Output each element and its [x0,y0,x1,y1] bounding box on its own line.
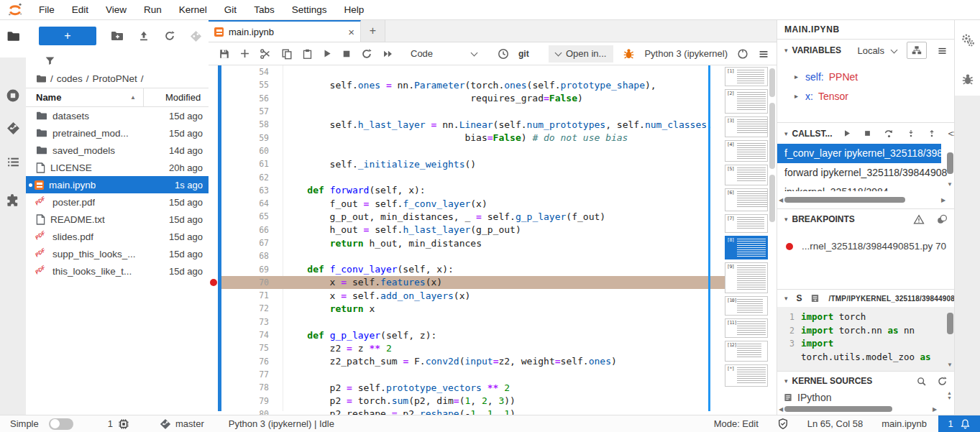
stop-icon[interactable] [342,49,352,59]
code-line-63[interactable]: 63 def forward(self, x): [209,184,725,197]
scroll-left-icon[interactable]: ◀ [777,406,784,413]
toolbar-menu-icon[interactable] [758,49,769,59]
sidebar-tab-debugger[interactable] [955,65,980,93]
minimap-cell-10[interactable]: [10] [725,296,768,316]
menu-item-git[interactable]: Git [216,4,245,15]
variables-menu-icon[interactable] [937,46,948,55]
source-section-header[interactable]: ▾ S /TMP/IPYKERNEL_325118/3984490851.PY [777,290,955,307]
menu-item-help[interactable]: Help [335,4,372,15]
add-cell-icon[interactable] [239,48,250,59]
search-icon[interactable] [916,376,927,387]
editor-scrollbar[interactable] [708,65,710,411]
menu-item-tabs[interactable]: Tabs [245,4,283,15]
column-header-name[interactable]: Name ▲ [26,88,144,106]
minimap-cell-7[interactable]: [7] [725,214,768,233]
menu-item-view[interactable]: View [97,4,135,15]
code-line-69[interactable]: 69 def f_conv_layer(self, x): [209,262,725,275]
breakpoint-dot[interactable] [210,279,217,286]
code-editor[interactable]: 5455 self.ones = nn.Parameter(torch.ones… [209,65,725,415]
callstack-section-header[interactable]: ▾ CALLST... <> [777,123,955,144]
scroll-down-icon[interactable]: ▼ [947,362,953,368]
menu-item-edit[interactable]: Edit [63,4,97,15]
scroll-down-icon[interactable]: ▼ [947,181,953,188]
source-vscroll-thumb[interactable] [947,313,953,334]
scroll-right-icon[interactable]: ▶ [931,406,938,413]
minimap-cell-2[interactable]: [2] [725,89,768,114]
terminate-icon[interactable] [864,129,871,137]
callstack-frame-2[interactable]: ipykernel_325118/3984 [777,183,955,191]
overview-segment[interactable] [769,175,775,222]
kernel-source-item[interactable]: IPython [777,390,955,405]
sidebar-tab-table-of-contents[interactable] [0,147,26,176]
code-line-71[interactable]: 71 x = self.add_on_layers(x) [209,289,725,302]
upload-icon[interactable] [138,30,150,42]
overview-segment[interactable] [769,103,775,169]
code-line-56[interactable]: 56 requires_grad=False) [209,92,725,105]
save-icon[interactable] [219,48,230,60]
trust-shield-icon[interactable] [777,418,789,430]
tab-main-ipynb[interactable]: main.ipynb × [209,20,361,42]
callstack-frame-0[interactable]: f_conv_layer ipykernel_325118/3984 [777,144,941,163]
step-out-icon[interactable] [928,129,936,139]
breadcrumb-segment-ProtoPNet[interactable]: ProtoPNet [93,73,137,84]
file-row-readme-txt[interactable]: README.txt15d ago [26,211,209,228]
callstack-vscroll-thumb[interactable] [947,152,953,174]
sidebar-tab-running-sessions[interactable] [0,81,26,110]
overview-segment[interactable] [769,68,775,97]
code-line-58[interactable]: 58 self.h_last_layer = nn.Linear(self.nu… [209,118,725,131]
code-line-78[interactable]: 78 p2 = self.prototype_vectors ** 2 [209,381,725,394]
notifications-badge[interactable]: 1 [938,415,980,432]
git-branch-name[interactable]: master [175,418,204,429]
code-line-67[interactable]: 67 return h_out, min_distances [209,236,725,249]
step-over-icon[interactable] [884,129,894,139]
refresh-icon[interactable] [937,376,948,387]
copy-cell-icon[interactable] [281,48,293,60]
sidebar-tab-git[interactable] [0,114,26,142]
file-row-poster-pdf[interactable]: PDFposter.pdf15d ago [26,193,209,211]
simple-mode-toggle[interactable] [49,418,73,430]
code-line-68[interactable]: 68 [209,249,725,262]
file-row-license[interactable]: LICENSE20h ago [26,159,209,176]
code-line-73[interactable]: 73 [209,316,725,328]
refresh-icon[interactable] [164,30,175,42]
callstack-frame-1[interactable]: forward ipykernel_325118/39844908 [777,163,955,183]
callstack-hscrollbar[interactable]: ◀ ▶ [777,196,947,204]
variable-row-x[interactable]: ▸x:Tensor [777,86,955,106]
editor-mode[interactable]: Mode: Edit [714,418,759,429]
menu-item-settings[interactable]: Settings [283,4,336,15]
code-line-75[interactable]: 75 z2 = z ** 2 [209,341,725,354]
file-row-this-looks-like-t-[interactable]: PDFthis_looks_like_t...15d ago [26,262,209,280]
scroll-right-icon[interactable]: ▶ [940,197,947,203]
kernel-status-icon[interactable] [737,48,748,60]
code-line-65[interactable]: 65 g_p_out, min_distances, _ = self.g_p_… [209,210,725,223]
code-line-70[interactable]: 70 x = self.features(x) [209,276,725,289]
code-line-79[interactable]: 79 p2 = torch.sum(p2, dim=(1, 2, 3)) [209,394,725,407]
cut-cell-icon[interactable] [260,48,272,60]
cursor-position[interactable]: Ln 65, Col 58 [807,418,863,429]
home-folder-icon[interactable] [36,74,47,83]
kernel-sessions-icon[interactable] [118,418,129,430]
execution-time-icon[interactable] [498,48,509,60]
run-all-icon[interactable] [382,49,394,59]
hscroll-thumb[interactable] [784,197,905,203]
file-row-supp-this-looks-[interactable]: PDFsupp_this_looks_...15d ago [26,245,209,262]
pause-on-exception-icon[interactable] [913,214,925,225]
code-line-66[interactable]: 66 h_out = self.h_last_layer(g_p_out) [209,224,725,236]
code-line-77[interactable]: 77 [209,368,725,381]
code-line-64[interactable]: 64 f_out = self.f_conv_layer(x) [209,197,725,210]
breakpoints-section-header[interactable]: ▾ BREAKPOINTS [777,209,955,229]
code-line-72[interactable]: 72 return x [209,302,725,315]
minimap-cell-9[interactable]: [9] [725,262,768,293]
code-line-57[interactable]: 57 [209,105,725,118]
cell-type-dropdown[interactable]: Code [411,48,477,59]
file-row-datasets[interactable]: datasets15d ago [26,107,209,124]
scope-dropdown[interactable]: Locals [857,45,897,56]
minimap-cell-[interactable]: [*] [725,364,768,387]
new-folder-icon[interactable] [111,30,124,42]
code-line-59[interactable]: 59 bias=False) # do not use bias [209,131,725,144]
step-in-icon[interactable] [907,129,915,139]
minimap-cell-8[interactable]: [8] [725,236,768,259]
filter-icon[interactable] [45,55,55,66]
variable-row-self[interactable]: ▸self:PPNet [777,67,955,86]
new-launcher-button[interactable]: + [39,27,96,45]
